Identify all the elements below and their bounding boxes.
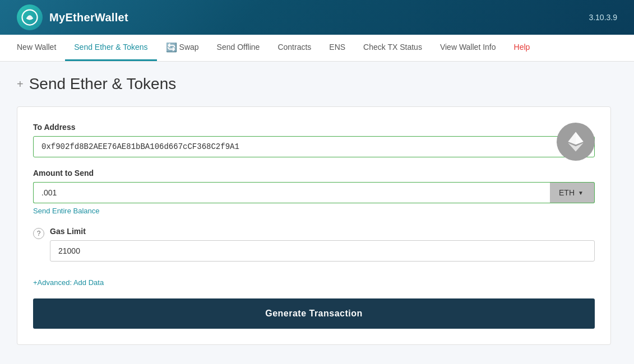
gas-limit-group: ? Gas Limit	[33, 227, 595, 262]
nav-ens[interactable]: ENS	[320, 35, 354, 61]
app-version: 3.10.3.9	[589, 13, 617, 22]
generate-transaction-button[interactable]: Generate Transaction	[33, 298, 595, 329]
eth-diamond-icon	[565, 131, 586, 152]
page-title-row: + Send Ether & Tokens	[17, 75, 617, 93]
nav-swap[interactable]: 🔄 Swap	[157, 35, 208, 61]
send-form-card: To Address Amount to Send ETH ▼ Send Ent…	[17, 106, 611, 345]
amount-input[interactable]	[33, 182, 550, 203]
gas-limit-input[interactable]	[50, 240, 595, 262]
page-title: Send Ether & Tokens	[29, 75, 177, 93]
nav-send-ether[interactable]: Send Ether & Tokens	[65, 35, 156, 61]
amount-label: Amount to Send	[33, 169, 595, 178]
gas-help-icon[interactable]: ?	[33, 228, 44, 239]
to-address-input[interactable]	[33, 136, 595, 157]
nav-help[interactable]: Help	[505, 35, 539, 61]
send-entire-balance-link[interactable]: Send Entire Balance	[33, 207, 100, 215]
amount-group: Amount to Send ETH ▼ Send Entire Balance	[33, 169, 595, 216]
gas-limit-label: Gas Limit	[50, 227, 595, 236]
svg-marker-3	[576, 132, 584, 145]
advanced-add-data-link[interactable]: +Advanced: Add Data	[33, 278, 104, 287]
app-name: MyEtherWallet	[49, 11, 128, 24]
main-content: + Send Ether & Tokens To Address Amount …	[0, 62, 634, 358]
nav-check-tx[interactable]: Check TX Status	[354, 35, 431, 61]
to-address-label: To Address	[33, 123, 595, 132]
header-brand: MyEtherWallet	[17, 4, 128, 30]
app-header: MyEtherWallet 3.10.3.9	[0, 0, 634, 35]
app-logo	[17, 4, 43, 30]
logo-icon	[21, 9, 38, 26]
nav-view-wallet[interactable]: View Wallet Info	[431, 35, 505, 61]
dropdown-arrow-icon: ▼	[578, 190, 584, 196]
nav-send-offline[interactable]: Send Offline	[208, 35, 269, 61]
main-nav: New Wallet Send Ether & Tokens 🔄 Swap Se…	[0, 35, 634, 62]
amount-row: ETH ▼	[33, 182, 595, 203]
to-address-group: To Address	[33, 123, 595, 157]
plus-icon: +	[17, 78, 24, 91]
gas-content: Gas Limit	[50, 227, 595, 262]
gas-row: ? Gas Limit	[33, 227, 595, 262]
nav-new-wallet[interactable]: New Wallet	[17, 35, 65, 61]
currency-label: ETH	[559, 188, 575, 197]
eth-logo	[557, 123, 595, 161]
currency-dropdown-button[interactable]: ETH ▼	[550, 182, 595, 203]
nav-contracts[interactable]: Contracts	[269, 35, 320, 61]
swap-icon: 🔄	[166, 42, 177, 53]
